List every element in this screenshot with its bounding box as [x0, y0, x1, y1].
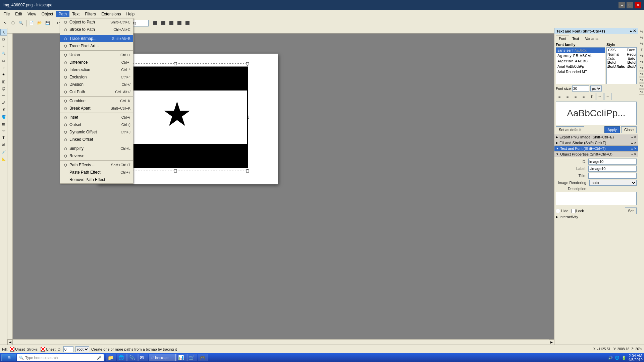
zoom-tool[interactable]: 🔍: [0, 50, 7, 57]
menu-trace-pixel-art[interactable]: ⬡ Trace Pixel Art...: [60, 42, 133, 50]
menu-linked-offset[interactable]: ⬡ Linked Offset: [60, 136, 133, 143]
menu-reverse[interactable]: ⬡ Reverse: [60, 152, 133, 160]
menu-filters[interactable]: Filters: [82, 11, 99, 17]
new-doc[interactable]: 📄: [28, 19, 35, 27]
font-family-list[interactable]: sans-serif AaBbCc Agency FB ABCAL Algeri…: [556, 47, 605, 84]
menu-view[interactable]: View: [25, 11, 39, 17]
open-doc[interactable]: 📂: [36, 19, 43, 27]
align-left-btn[interactable]: ≡: [556, 93, 563, 100]
tray-icon-2[interactable]: 🌐: [615, 356, 620, 360]
font-item-arial[interactable]: Arial AaBbCcIiPp: [556, 64, 605, 69]
menu-file[interactable]: File: [1, 11, 12, 17]
font-item-algerian[interactable]: Algerian AABBC: [556, 58, 605, 64]
eyedropper-tool[interactable]: 💉: [0, 148, 7, 155]
scroll-right[interactable]: ▶: [549, 340, 554, 345]
align-center[interactable]: ⬛: [160, 19, 167, 27]
menu-simplify[interactable]: ⬡ Simplify Ctrl+L: [60, 145, 133, 152]
menu-break-apart[interactable]: ⬡ Break Apart Shift+Ctrl+K: [60, 105, 133, 112]
menu-object[interactable]: Object: [39, 11, 56, 17]
tab-variants[interactable]: Variants: [582, 36, 601, 41]
snap-btn-6[interactable]: %: [639, 59, 644, 64]
font-size-unit[interactable]: px: [590, 85, 602, 92]
export-png-panel[interactable]: ▶ Export PNG Image (Shift+Ctrl+E) ▴ ✕: [554, 134, 638, 140]
start-button[interactable]: ⊞: [1, 354, 16, 361]
snap-btn-8[interactable]: %: [639, 71, 644, 76]
menu-inset[interactable]: ⬡ Inset Ctrl+(: [60, 114, 133, 121]
circle-tool[interactable]: ○: [0, 64, 7, 71]
tool-select[interactable]: ↖: [1, 19, 9, 27]
menu-intersection[interactable]: ⬡ Intersection Ctrl+*: [60, 66, 133, 73]
img-rendering-select[interactable]: auto: [589, 180, 637, 186]
object-props-panel-header[interactable]: ▼ Object Properties (Shift+Ctrl+O) ▴ ✕: [554, 152, 638, 157]
menu-text[interactable]: Text: [69, 11, 82, 17]
menu-trace-bitmap[interactable]: ⬡ Trace Bitmap... Shift+Alt+B: [60, 35, 133, 42]
menu-combine[interactable]: ⬡ Combine Ctrl+K: [60, 97, 133, 105]
tray-icon-3[interactable]: 🔋: [622, 356, 626, 360]
snap-btn-5[interactable]: %: [639, 53, 644, 58]
menu-path[interactable]: Path: [56, 11, 70, 17]
apply-button[interactable]: Apply: [604, 126, 620, 133]
save-doc[interactable]: 💾: [44, 19, 51, 27]
title-input[interactable]: [588, 173, 637, 179]
text-font-panel-header[interactable]: Text and Font (Shift+Ctrl+T) ▴ ✕: [554, 28, 638, 34]
tool-zoom[interactable]: 🔍: [17, 19, 25, 27]
align-bottom[interactable]: ⬛: [184, 19, 191, 27]
pencil-tool[interactable]: ✏: [0, 92, 7, 99]
menu-outset[interactable]: ⬡ Outset Ctrl+): [60, 121, 133, 128]
align-ltr-btn[interactable]: →: [596, 93, 603, 100]
star-tool[interactable]: ★: [0, 71, 7, 78]
tweak-tool[interactable]: ~: [0, 43, 7, 50]
set-button[interactable]: Set: [625, 207, 637, 214]
close-button[interactable]: ✕: [635, 2, 641, 8]
lock-checkbox-label[interactable]: Lock: [571, 209, 584, 213]
opacity-input[interactable]: [63, 346, 73, 352]
style-normal[interactable]: NormalRegu: [607, 52, 636, 56]
id-input[interactable]: [588, 159, 637, 165]
align-vertical-btn[interactable]: ⬆: [588, 93, 595, 100]
menu-help[interactable]: Help: [124, 11, 138, 17]
font-item-agency-fb[interactable]: Agency FB ABCAL: [556, 53, 605, 58]
tray-icon-1[interactable]: 🔊: [608, 356, 613, 360]
spiral-tool[interactable]: @: [0, 85, 7, 92]
align-top[interactable]: ⬛: [176, 19, 183, 27]
taskbar-app-inkscape[interactable]: 🖊Inkscape: [149, 354, 176, 361]
taskbar-app-files[interactable]: 📁: [106, 354, 116, 361]
tab-text[interactable]: Text: [569, 36, 582, 41]
text-font-panel-list-item[interactable]: ▼ Text and Font (Shift+Ctrl+T) ▴ ✕: [554, 146, 638, 152]
menu-extensions[interactable]: Extensions: [99, 11, 124, 17]
tab-font[interactable]: Font: [556, 36, 569, 41]
font-style-list[interactable]: CSS Face NormalRegu ItalicItalic BoldBol…: [606, 47, 637, 84]
tool-node[interactable]: ⬡: [9, 19, 17, 27]
node-tool[interactable]: ⬡: [0, 36, 7, 43]
taskbar-app-xbox[interactable]: 🎮: [198, 354, 208, 361]
text-tool[interactable]: T: [0, 134, 7, 141]
style-bold-italic[interactable]: Bold ItalicBold: [607, 64, 636, 68]
taskbar-search[interactable]: 🔍 Type here to search 🎤: [17, 354, 104, 361]
connector-tool[interactable]: ⌥: [0, 127, 7, 134]
snap-btn-1[interactable]: %: [639, 29, 644, 34]
taskbar-app-ie[interactable]: 📎: [127, 354, 138, 361]
description-textarea[interactable]: [556, 192, 637, 205]
taskbar-app-store[interactable]: 🛒: [187, 354, 197, 361]
lock-checkbox[interactable]: [571, 209, 576, 213]
bucket-tool[interactable]: 🪣: [0, 113, 7, 120]
set-default-button[interactable]: Set as default: [556, 126, 584, 133]
taskbar-app-mail[interactable]: ✉: [138, 354, 148, 361]
scroll-left[interactable]: ◀: [7, 340, 13, 345]
align-justify-btn[interactable]: ≡: [580, 93, 587, 100]
rect-tool[interactable]: □: [0, 57, 7, 64]
menu-dynamic-offset[interactable]: ⬡ Dynamic Offset Ctrl+J: [60, 128, 133, 136]
snap-btn-9[interactable]: %: [639, 77, 644, 82]
calligraphy-tool[interactable]: 𝒞: [0, 106, 7, 113]
select-tool[interactable]: ↖: [0, 29, 7, 36]
measure-tool[interactable]: 📐: [0, 156, 7, 162]
spray-tool[interactable]: ⌘: [0, 141, 7, 148]
clock-tray[interactable]: 2:04 AM 4/5/2019: [628, 354, 643, 362]
snap-btn-11[interactable]: %: [639, 89, 644, 95]
menu-stroke-to-path[interactable]: ⬡ Stroke to Path Ctrl+Alt+C: [60, 26, 133, 33]
menu-paste-path-effect[interactable]: Paste Path Effect Ctrl+7: [60, 169, 133, 176]
snap-btn-10[interactable]: %: [639, 83, 644, 88]
hide-checkbox[interactable]: [556, 209, 560, 213]
snap-btn-3[interactable]: %: [639, 41, 644, 46]
h-scrollbar[interactable]: ◀ ▶: [7, 339, 554, 345]
